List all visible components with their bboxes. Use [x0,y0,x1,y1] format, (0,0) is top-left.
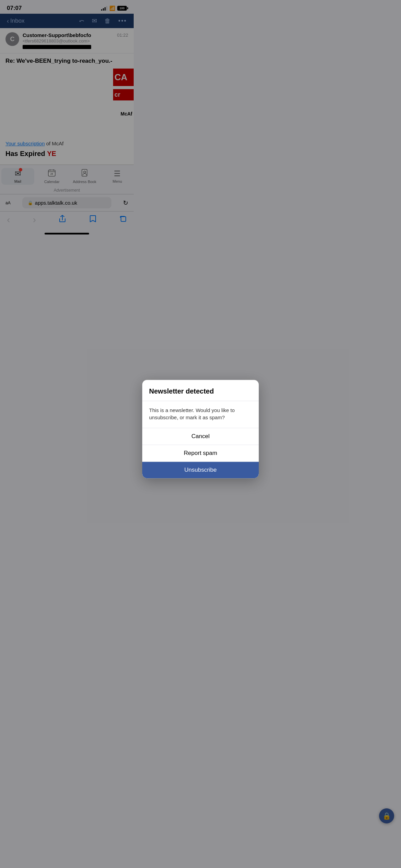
modal-overlay [0,0,134,289]
